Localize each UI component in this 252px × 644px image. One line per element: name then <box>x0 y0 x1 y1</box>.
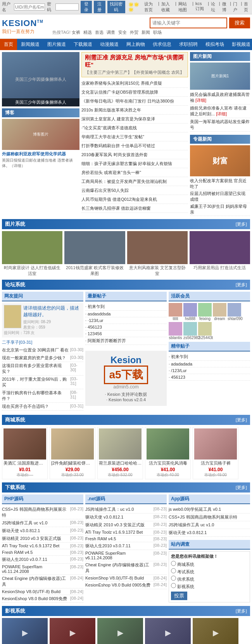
news-link[interactable]: 2010春夏军装风 时尚女孩首选外套 <box>81 152 148 157</box>
dl-link[interactable]: CSS+JS 韩国商品商物系列展展示特 <box>169 514 237 520</box>
dl-link[interactable]: Cheat Engine (内存编辑修改器)工具 <box>85 562 154 574</box>
dl-link[interactable]: JS跨域操作工具 uc v1.0 <box>169 522 214 528</box>
topbar-link-forum[interactable]: 论坛 <box>211 1 217 13</box>
post-link[interactable]: · 456123 <box>85 325 102 329</box>
news-link[interactable]: 房价若抬头 或将迎来"当头一棒" <box>81 170 141 175</box>
news-link[interactable]: 华南理工大学在读大三学生"发帖" <box>81 134 144 139</box>
forum-link[interactable]: 2011年，对于重大置业66%后，购买 <box>2 376 70 388</box>
news-link[interactable]: 打折季数码精刷台拼 十佳单品不可错过 <box>81 143 155 148</box>
news-link[interactable]: 云南爆石出灾害50人失踪 <box>81 188 129 193</box>
dl-link[interactable]: POWARE SuperRam v6.11.24.2008 <box>85 551 154 560</box>
find-pwd-button[interactable]: 找回密码 <box>107 1 125 13</box>
dl-link[interactable]: ATi Tray Toolz v1.6.9.1372 Bet <box>2 543 59 548</box>
dl-link[interactable]: POWARE SuperRam v6.11.24.2008 <box>2 564 70 574</box>
forum-link[interactable]: 现在一般家庭房的资产是多少钱？ <box>2 355 66 361</box>
nav-shop[interactable]: 网上购物 <box>123 39 149 50</box>
post-link[interactable]: · ·123/Lur <box>85 318 103 323</box>
photo-system-more[interactable]: [更多] <box>236 221 247 227</box>
dl-link[interactable]: JS跨域操作工具 uc v1.0 <box>2 520 47 526</box>
news-link[interactable]: 文化盲认信推广卡赵OB5容管理系统故障 <box>81 90 158 94</box>
dl-link[interactable]: KesionEshop V8.0 Build 0809免费 <box>2 596 67 602</box>
download-system-more[interactable]: [更多] <box>236 485 247 491</box>
forum-link[interactable]: 在北京第一位置业 30网店择厂 看在 <box>2 347 69 353</box>
dl-link[interactable]: 驱动精灵 2010 v0.3 安装正式版 <box>85 522 145 528</box>
news-link[interactable]: ·"论文买卖"底调查不道德底线 <box>81 125 137 130</box>
specials-link[interactable]: 应届儿招聘被封日愿望已实现 成绩 <box>190 191 245 202</box>
post-link[interactable]: · 阿斯斯芥芥断断芥芥 <box>85 338 126 343</box>
hot-tag-7[interactable]: 新闻 <box>142 30 150 35</box>
post-link[interactable]: · 123456 <box>85 331 102 336</box>
forum-link[interactable]: 现在买房子合不合适吗？ <box>2 404 49 409</box>
dl-link[interactable]: Fresh RAM v4.5 <box>85 536 116 541</box>
shop-system-more[interactable]: [更多] <box>236 417 247 423</box>
img-news-link[interactable]: 美国一海军基地武器站发生爆炸号 <box>190 119 250 130</box>
search-input[interactable] <box>150 17 227 28</box>
dl-link[interactable]: 驱动天使 v3.0.812.1 <box>85 514 123 520</box>
uid-input[interactable] <box>14 3 45 10</box>
hot-tag-6[interactable]: 外贸 <box>130 30 138 35</box>
quality-link[interactable]: · /123/Lur <box>169 368 186 373</box>
search-button[interactable]: 搜索 <box>229 17 250 28</box>
topbar-link-setpage[interactable]: 设为首页 <box>144 1 156 13</box>
news-link[interactable]: 细细：孩子讲无缘凉塑古董骗 好幸福女人有烦恼 <box>81 161 172 166</box>
post-link[interactable]: · 初来乍到 <box>85 304 105 309</box>
register-button[interactable]: 注册 <box>94 1 105 13</box>
specials-link[interactable]: 威廉王子30岁生日 妈妈亲辈母亲 <box>190 204 247 214</box>
img-news-link[interactable]: 婚前兄弟你准备人宣布 请在逮捕之后时刻... [详细] <box>190 106 247 116</box>
hot-tag-1[interactable]: 女裤 <box>72 30 80 35</box>
dl-link[interactable]: CSS+JS 韩国商品商物系列展展示特 <box>2 506 70 518</box>
dl-link[interactable]: 驱动天使 v3.0.812.1 <box>2 528 40 534</box>
news-link[interactable]: 长三角钢铁几招停课 借款远诉尝糊窗 <box>81 206 151 211</box>
survey-radio-2[interactable] <box>171 568 176 573</box>
forum-link[interactable]: 这项目目前有多少置业需求表现实？ <box>2 363 70 374</box>
pwd-input[interactable] <box>55 3 79 10</box>
survey-vote-button[interactable]: 投票 <box>171 592 187 600</box>
dl-link[interactable]: Fresh RAM v4.5 <box>2 550 33 555</box>
news-link[interactable]: 2010s 新闻出版改革将决胜之年 <box>81 108 141 112</box>
hot-tag-3[interactable]: 首选 <box>95 30 104 35</box>
video-system-more[interactable]: [更多] <box>236 608 247 614</box>
topbar-link-sitemap[interactable]: 网站地图 <box>178 1 190 13</box>
topbar-link-favorite[interactable]: 加入收藏 <box>161 1 173 13</box>
survey-radio-3[interactable] <box>171 576 176 581</box>
survey-radio-4[interactable] <box>171 583 176 588</box>
hot-tag-4[interactable]: 调查 <box>107 30 115 35</box>
dl-link[interactable]: KesionShop V8.0(UTF-8) Build <box>85 576 144 580</box>
news-link[interactable]: 工商局局长：被提立开发商产置失信湖汕机制 <box>81 179 167 184</box>
nav-download[interactable]: 下载频道 <box>70 39 96 50</box>
dl-link[interactable]: JS跨域操作工具：uc v1.0 <box>85 506 134 512</box>
nav-video[interactable]: 影视频道 <box>228 39 252 50</box>
hot-tag-2[interactable]: 精选 <box>83 30 92 35</box>
nav-home[interactable]: 首页 <box>0 39 17 50</box>
specials-link[interactable]: 收入分配改革方案获批 官员近吃了 <box>190 178 247 189</box>
dl-link[interactable]: 驱动人生2010 v3.0.7.11 <box>85 543 131 549</box>
dl-link[interactable]: 驱动精灵 2010 v0.3 安装正式版 <box>2 536 61 541</box>
dl-link[interactable]: Cheat Engine (内存编辑修改器)工具 <box>2 576 70 587</box>
dl-link[interactable]: js web0.09)学拓延工具 v0.1 <box>169 506 221 512</box>
nav-news[interactable]: 新闻频道 <box>17 39 43 50</box>
topbar-link-home[interactable]: 首页 <box>244 1 250 13</box>
quality-link[interactable]: · adadadada <box>169 362 192 366</box>
dl-link[interactable]: 驱动人生2010 v3.0.7.11 <box>2 557 47 562</box>
topbar-link-rss[interactable]: kcs订阅 <box>195 1 206 13</box>
quality-link[interactable]: · 初来乍到 <box>169 354 188 359</box>
img-news-link[interactable]: 婚兄会骗亲戚及政府逮捕腐高管袖 [详细] <box>190 92 250 103</box>
nav-supply[interactable]: 供求信息 <box>149 39 175 50</box>
nav-job[interactable]: 求职招聘 <box>175 39 202 50</box>
forum-system-more[interactable]: [更多] <box>236 282 247 288</box>
news-link[interactable]: 深圳第土皇室富人 建皇宫是为保存皇泽 <box>81 117 155 121</box>
topbar-link-portal[interactable]: 门户 <box>233 1 239 13</box>
news-link[interactable]: 人民币短期升值 借道Q012淘金迎来良机 <box>81 197 157 202</box>
survey-radio-1[interactable] <box>171 561 176 566</box>
dl-link[interactable]: ATi Tray Toolz v1.6.9.1372 Bet <box>85 530 143 534</box>
nav-exam[interactable]: 模拟考场 <box>202 39 228 50</box>
news-link[interactable]: 业家称养猪每头决策利润150元 养殖户质疑 <box>81 81 162 85</box>
dl-link[interactable]: KesionShop V8.0(UTF-8) Build <box>2 589 60 594</box>
login-button[interactable]: 登录 <box>81 1 92 13</box>
blog-article-link[interactable]: 外媒称叙利亚政府军使用化学武器 <box>2 151 66 156</box>
hot-tag-8[interactable]: 职场 <box>153 30 162 35</box>
news-link[interactable]: 《新华每日电讯》明年在南门'发行 日均达3800份 <box>81 99 174 103</box>
topbar-link-weibo[interactable]: 微博 <box>222 1 228 13</box>
nav-anime[interactable]: 动漫频道 <box>96 39 123 50</box>
post-link[interactable]: · asdasddsda <box>85 312 110 316</box>
